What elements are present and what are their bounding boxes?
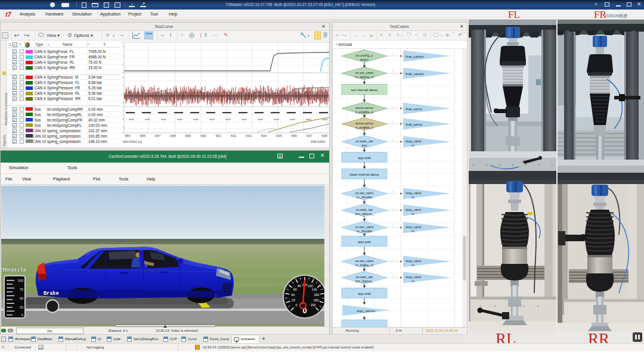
svg-text:m: m [411, 212, 414, 216]
svg-text:687: 687 [155, 134, 161, 138]
svg-text:m: m [411, 195, 414, 199]
svg-text:m_spring_in: m_spring_in [355, 75, 374, 79]
svg-text:stop_carsi: stop_carsi [405, 225, 421, 229]
svg-text:698.6450: 698.6450 [311, 140, 325, 144]
svg-text:m: m [411, 144, 414, 147]
svg-text:clear internal damp: clear internal damp [349, 173, 379, 176]
svg-text:final_carsim: final_carsim [405, 55, 424, 58]
svg-text:m: m [411, 279, 414, 283]
svg-text:m: m [411, 229, 414, 233]
svg-text:final_servo: final_servo [405, 123, 422, 126]
svg-text:690: 690 [200, 134, 206, 138]
svg-text:app.wait: app.wait [358, 292, 371, 295]
svg-text:sim_above_: sim_above_ [355, 212, 374, 216]
svg-text:686: 686 [140, 134, 145, 138]
svg-text:0: 0 [295, 303, 297, 307]
svg-text:stop_carsi: stop_carsi [405, 208, 421, 211]
svg-text:40: 40 [291, 293, 295, 297]
svg-text:stop_carsi: stop_carsi [405, 139, 421, 143]
svg-text:cs.start_car: cs.start_car [355, 139, 373, 143]
svg-text:sim_below_: sim_below_ [355, 279, 374, 283]
svg-text:stop_carsi: stop_carsi [405, 191, 421, 195]
svg-text:80: 80 [298, 284, 301, 288]
svg-text:cs.config_c: cs.config_c [356, 54, 373, 57]
svg-text:s_enable_p: s_enable_p [355, 110, 373, 114]
svg-text:100: 100 [18, 279, 23, 282]
svg-text:app.wait: app.wait [358, 240, 371, 244]
svg-text:servo.servo: servo.servo [355, 106, 373, 110]
svg-text:cs.wait_car: cs.wait_car [356, 275, 373, 279]
svg-text:stop_carsim: stop_carsim [357, 309, 375, 313]
svg-text:695: 695 [276, 134, 282, 138]
svg-text:180: 180 [314, 298, 319, 302]
svg-text:685: 685 [125, 134, 131, 138]
svg-text:Throttle: Throttle [2, 267, 26, 273]
svg-text:697: 697 [306, 134, 312, 138]
svg-text:final_carsim: final_carsim [405, 72, 424, 76]
svg-text:0: 0 [21, 313, 23, 317]
svg-text:200: 200 [311, 303, 316, 307]
svg-text:set internal damp: set internal damp [351, 88, 377, 92]
svg-text:688: 688 [170, 134, 176, 138]
svg-text:cs.wait_car: cs.wait_car [356, 208, 373, 211]
svg-text:692: 692 [231, 134, 237, 138]
svg-text:final_servo: final_servo [405, 107, 422, 111]
svg-text:140: 140 [312, 288, 317, 291]
svg-text:servo.servo: servo.servo [355, 122, 373, 125]
svg-text:stop_carsi: stop_carsi [405, 259, 421, 263]
svg-text:arsim: arsim [360, 58, 369, 61]
svg-text:m_throttle: m_throttle [357, 195, 372, 199]
svg-text:Brake: Brake [44, 291, 59, 297]
svg-text:stop_carsi: stop_carsi [405, 275, 421, 279]
svg-text:698: 698 [321, 134, 327, 138]
svg-text:sim: sim [361, 144, 367, 147]
svg-text:60: 60 [293, 288, 297, 291]
svg-text:160: 160 [314, 293, 319, 297]
svg-text:cs.set_carsi: cs.set_carsi [355, 71, 374, 74]
svg-text:s_enable_c: s_enable_c [355, 126, 373, 129]
svg-text:696: 696 [291, 134, 297, 138]
svg-text:75: 75 [20, 288, 23, 291]
svg-text:691: 691 [215, 134, 221, 138]
svg-text:m_brake_m: m_brake_m [355, 263, 374, 267]
svg-text:693: 693 [246, 134, 252, 138]
svg-text:20: 20 [292, 298, 295, 302]
svg-text:689: 689 [185, 134, 191, 138]
svg-text:cs.set_carsi: cs.set_carsi [355, 191, 374, 195]
svg-text:m: m [411, 263, 414, 267]
svg-text:cs.set_carsi: cs.set_carsi [355, 259, 374, 263]
svg-text:m_throttle: m_throttle [357, 229, 372, 233]
svg-text:694: 694 [261, 134, 267, 138]
svg-text:cs.set_carsi: cs.set_carsi [355, 225, 374, 229]
svg-text:50: 50 [20, 297, 23, 300]
svg-text:25: 25 [20, 306, 23, 309]
svg-text:684.8362 [s]: 684.8362 [s] [123, 140, 142, 144]
svg-text:app.wait: app.wait [358, 156, 371, 160]
